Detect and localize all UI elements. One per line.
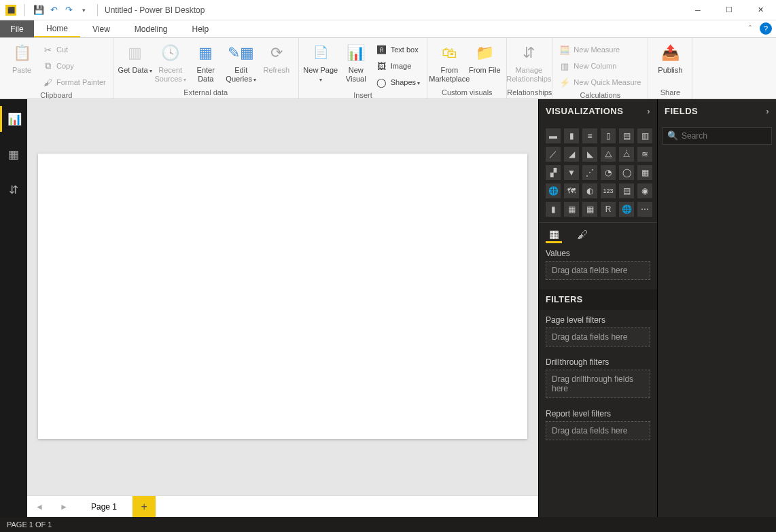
line-stacked-icon[interactable]: ⧊	[619, 147, 634, 162]
relationships-group-label: Relationships	[507, 88, 552, 99]
window-title: Untitled - Power BI Desktop	[102, 5, 682, 15]
donut-icon[interactable]: ◯	[619, 165, 634, 180]
cut-button[interactable]: ✂Cut	[39, 42, 109, 57]
slicer-icon[interactable]: ▮	[546, 202, 561, 217]
format-painter-button[interactable]: 🖌Format Painter	[39, 75, 109, 90]
refresh-label: Refresh	[263, 66, 289, 75]
image-icon: 🖼	[376, 60, 387, 71]
fields-search-input[interactable]	[662, 127, 772, 145]
maximize-button[interactable]: ☐	[713, 0, 745, 20]
model-view-icon[interactable]: ⇵	[0, 177, 27, 202]
fields-header[interactable]: FIELDS ›	[658, 99, 776, 123]
fields-search: 🔍	[662, 127, 772, 145]
enter-data-button[interactable]: ▦Enter Data	[188, 39, 224, 84]
edit-queries-button[interactable]: ✎▦Edit Queries	[224, 39, 259, 84]
fields-tab-icon[interactable]: ▦	[546, 227, 562, 243]
report-filters-drop-well[interactable]: Drag data fields here	[546, 421, 650, 440]
arcgis-icon[interactable]: 🌐	[619, 202, 634, 217]
paste-button[interactable]: 📋 Paste	[4, 39, 39, 75]
from-marketplace-button[interactable]: 🛍From Marketplace	[431, 39, 467, 84]
prev-page-icon[interactable]: ◄	[27, 496, 52, 517]
hundred-bar-icon[interactable]: ▤	[619, 128, 634, 143]
filled-map-icon[interactable]: 🗺	[564, 183, 579, 198]
publish-icon: 📤	[659, 42, 681, 64]
home-tab[interactable]: Home	[34, 20, 80, 37]
line-chart-icon[interactable]: ／	[546, 147, 561, 162]
table-icon[interactable]: ▦	[564, 202, 579, 217]
get-data-button[interactable]: ▥Get Data	[118, 39, 153, 75]
values-label: Values	[539, 243, 657, 261]
qat-dropdown-icon[interactable]: ▾	[77, 3, 90, 17]
new-measure-button[interactable]: 🧮New Measure	[557, 42, 643, 57]
clustered-bar-icon[interactable]: ≡	[582, 128, 597, 143]
clustered-column-icon[interactable]: ▯	[601, 128, 616, 143]
ribbon-group-calculations: 🧮New Measure ▥New Column ⚡New Quick Meas…	[552, 38, 648, 99]
add-page-button[interactable]: +	[133, 496, 156, 517]
stacked-area-icon[interactable]: ◣	[582, 147, 597, 162]
page-tabs: ◄ ► Page 1 +	[27, 495, 538, 517]
collapse-ribbon-icon[interactable]: ˆ	[742, 20, 758, 37]
page-tab-1[interactable]: Page 1	[76, 496, 133, 517]
publish-button[interactable]: 📤Publish	[652, 39, 688, 75]
undo-icon[interactable]: ↶	[47, 3, 60, 17]
new-column-button[interactable]: ▥New Column	[557, 58, 643, 73]
refresh-button[interactable]: ⟳Refresh	[259, 39, 294, 75]
more-visuals-icon[interactable]: ⋯	[637, 202, 652, 217]
help-tab[interactable]: Help	[180, 20, 222, 37]
pie-icon[interactable]: ◔	[601, 165, 616, 180]
close-button[interactable]: ✕	[745, 0, 776, 20]
image-label: Image	[391, 62, 412, 70]
shapes-button[interactable]: ◯Shapes	[374, 75, 423, 90]
new-visual-button[interactable]: 📊New Visual	[338, 39, 374, 84]
minimize-button[interactable]: ─	[682, 0, 713, 20]
data-view-icon[interactable]: ▦	[0, 141, 27, 167]
from-file-button[interactable]: 📁From File	[467, 39, 502, 75]
next-page-icon[interactable]: ►	[52, 496, 76, 517]
format-tab-icon[interactable]: 🖌	[574, 227, 590, 243]
ribbon-chart-icon[interactable]: ≋	[637, 147, 652, 162]
chevron-right-icon: ›	[766, 106, 769, 116]
save-icon[interactable]: 💾	[32, 3, 46, 17]
drillthrough-drop-well[interactable]: Drag drillthrough fields here	[546, 370, 650, 398]
new-page-icon: 📄	[310, 42, 332, 64]
text-box-button[interactable]: 🅰Text box	[374, 42, 423, 57]
multi-card-icon[interactable]: ▤	[619, 183, 634, 198]
report-canvas[interactable]	[38, 154, 527, 439]
scatter-icon[interactable]: ⋰	[582, 165, 597, 180]
new-quick-measure-button[interactable]: ⚡New Quick Measure	[557, 75, 643, 90]
file-tab[interactable]: File	[0, 20, 34, 37]
stacked-bar-icon[interactable]: ▬	[546, 128, 561, 143]
report-view-icon[interactable]: 📊	[0, 106, 27, 132]
manage-relationships-button[interactable]: ⇵Manage Relationships	[511, 39, 546, 84]
matrix-icon[interactable]: ▦	[582, 202, 597, 217]
stacked-column-icon[interactable]: ▮	[564, 128, 579, 143]
get-data-label: Get Data	[118, 66, 152, 75]
values-drop-well[interactable]: Drag data fields here	[546, 261, 650, 280]
treemap-icon[interactable]: ▦	[637, 165, 652, 180]
recent-sources-button[interactable]: 🕓Recent Sources	[153, 39, 188, 84]
divider	[24, 4, 25, 16]
line-clustered-icon[interactable]: ⧋	[601, 147, 616, 162]
image-button[interactable]: 🖼Image	[374, 58, 423, 73]
hundred-column-icon[interactable]: ▥	[637, 128, 652, 143]
tab-strip: File Home View Modeling Help ˆ ?	[0, 20, 776, 38]
view-tab[interactable]: View	[80, 20, 122, 37]
new-page-button[interactable]: 📄New Page	[303, 39, 338, 84]
copy-button[interactable]: ⧉Copy	[39, 58, 109, 73]
area-chart-icon[interactable]: ◢	[564, 147, 579, 162]
waterfall-icon[interactable]: ▞	[546, 165, 561, 180]
chevron-right-icon: ›	[647, 106, 650, 116]
funnel-icon[interactable]: ▼	[564, 165, 579, 180]
r-visual-icon[interactable]: R	[601, 202, 616, 217]
kpi-icon[interactable]: ◉	[637, 183, 652, 198]
modeling-tab[interactable]: Modeling	[122, 20, 180, 37]
help-icon[interactable]: ?	[760, 22, 772, 35]
map-icon[interactable]: 🌐	[546, 183, 561, 198]
redo-icon[interactable]: ↷	[62, 3, 75, 17]
canvas-scroll[interactable]	[27, 99, 538, 495]
filters-header[interactable]: FILTERS	[539, 289, 657, 310]
page-filters-drop-well[interactable]: Drag data fields here	[546, 327, 650, 347]
card-icon[interactable]: 123	[601, 183, 616, 198]
gauge-icon[interactable]: ◐	[582, 183, 597, 198]
visualizations-header[interactable]: VISUALIZATIONS ›	[539, 99, 657, 123]
